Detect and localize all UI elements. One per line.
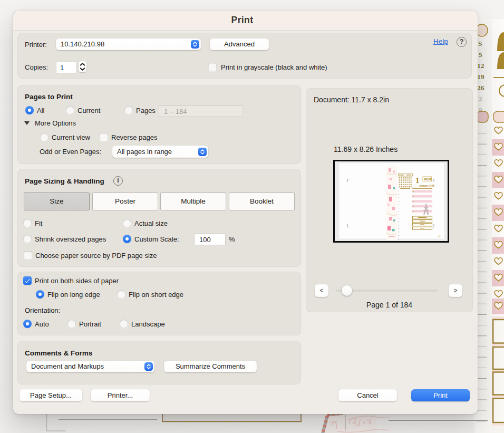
svg-text:5: 5 <box>479 51 482 59</box>
svg-text:January 2-08: January 2-08 <box>419 184 434 187</box>
svg-text:19: 19 <box>477 73 484 81</box>
svg-text:26: 26 <box>477 84 484 92</box>
svg-text:Wed: Wed <box>424 177 431 181</box>
svg-text:12: 12 <box>477 62 484 70</box>
svg-text:1: 1 <box>415 176 420 185</box>
svg-text:2: 2 <box>479 95 482 103</box>
svg-text:v1: v1 <box>438 235 441 238</box>
svg-text:S: S <box>478 40 482 47</box>
